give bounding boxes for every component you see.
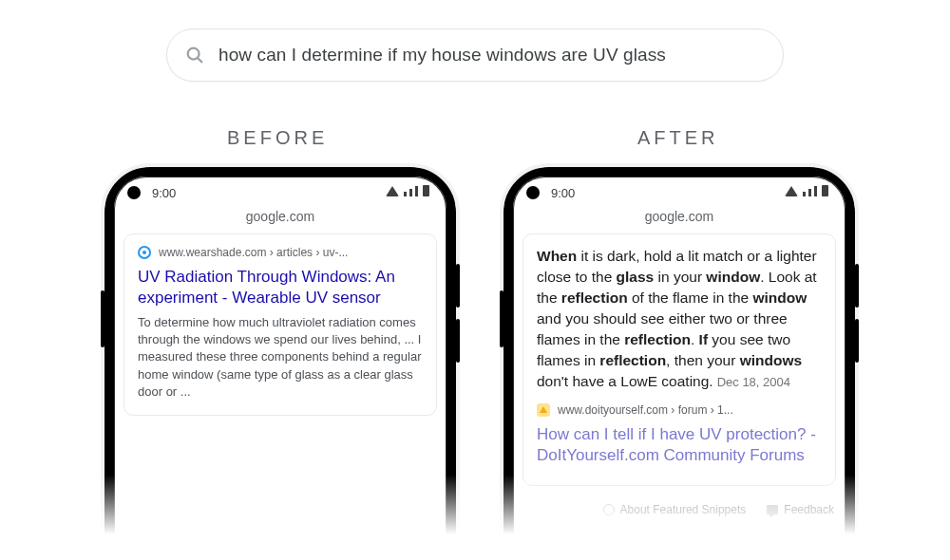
result-breadcrumb: www.wearshade.com › articles › uv-... xyxy=(159,247,348,258)
snippet-footer: About Featured Snippets Feedback xyxy=(524,495,834,516)
wifi-icon xyxy=(785,186,798,196)
signal-icon xyxy=(803,192,806,196)
result-breadcrumb: www.doityourself.com › forum › 1... xyxy=(558,404,733,416)
search-query-text: how can I determine if my house windows … xyxy=(218,45,766,65)
clock: 9:00 xyxy=(551,186,575,200)
status-bar: 9:00 xyxy=(513,177,846,209)
help-icon xyxy=(603,504,615,515)
camera-hole-icon xyxy=(127,186,141,199)
site-favicon-icon xyxy=(537,403,550,417)
search-result-card[interactable]: www.wearshade.com › articles › uv-... UV… xyxy=(124,233,437,416)
status-icons xyxy=(386,185,429,196)
result-title-link[interactable]: How can I tell if I have UV protection? … xyxy=(537,424,822,466)
result-snippet: To determine how much ultraviolet radiat… xyxy=(138,314,423,401)
before-label: BEFORE xyxy=(227,127,328,149)
clock: 9:00 xyxy=(152,186,176,200)
address-bar[interactable]: google.com xyxy=(114,209,446,233)
phone-after: 9:00 google.com When it is dark, hold a … xyxy=(504,167,855,560)
wifi-icon xyxy=(386,186,399,196)
site-favicon-icon xyxy=(138,246,151,259)
snippet-date: Dec 18, 2004 xyxy=(717,375,790,389)
feedback-icon xyxy=(767,505,778,514)
camera-hole-icon xyxy=(526,186,540,199)
battery-icon xyxy=(423,185,429,196)
signal-icon xyxy=(404,192,407,196)
about-featured-snippets-link[interactable]: About Featured Snippets xyxy=(603,503,747,516)
search-icon xyxy=(184,45,205,65)
featured-snippet-text: When it is dark, hold a lit match or a l… xyxy=(537,246,822,392)
featured-snippet-card[interactable]: When it is dark, hold a lit match or a l… xyxy=(522,233,836,486)
status-bar: 9:00 xyxy=(114,177,446,209)
after-label: AFTER xyxy=(637,127,719,149)
feedback-link[interactable]: Feedback xyxy=(767,503,834,516)
status-icons xyxy=(785,185,828,196)
search-bar[interactable]: how can I determine if my house windows … xyxy=(166,28,784,82)
phone-before: 9:00 google.com www.wearshade.com › arti… xyxy=(104,167,456,560)
svg-line-1 xyxy=(198,58,201,62)
result-title-link[interactable]: UV Radiation Through Windows: An experim… xyxy=(138,267,423,308)
battery-icon xyxy=(822,185,828,196)
address-bar[interactable]: google.com xyxy=(513,209,846,233)
